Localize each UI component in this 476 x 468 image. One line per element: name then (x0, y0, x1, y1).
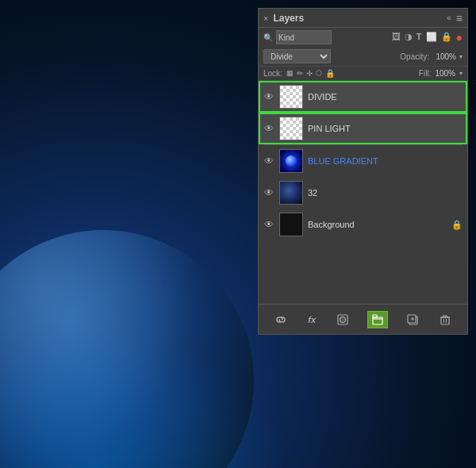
layer-name: BLUE GRADIENT (308, 156, 463, 166)
layer-item[interactable]: 👁 PIN LIGHT (259, 113, 467, 144)
lock-icons-group: ▦ ✏ ✛ ⬡ 🔒 (286, 69, 335, 78)
shape-filter-icon[interactable]: ⬜ (426, 32, 437, 43)
blend-mode-select[interactable]: Divide (263, 49, 331, 63)
visibility-icon[interactable]: 👁 (263, 155, 274, 167)
visibility-icon[interactable]: 👁 (263, 123, 274, 134)
thumb-content (280, 150, 302, 172)
lock-move-icon[interactable]: ✛ (306, 69, 313, 78)
filter-active-dot: ● (456, 32, 463, 43)
lock-artboard-icon[interactable]: ⬡ (316, 69, 322, 78)
fill-chevron[interactable]: ▾ (459, 70, 463, 77)
layer-name: 32 (308, 188, 463, 198)
image-filter-icon[interactable]: 🖼 (392, 32, 401, 43)
thumb-content (280, 117, 302, 140)
layer-item[interactable]: 👁 DIVIDE (259, 81, 467, 113)
layer-item[interactable]: 👁 Background 🔒 (259, 209, 467, 240)
layer-fx-button[interactable]: fx (305, 313, 318, 327)
thumb-content (280, 86, 302, 108)
panel-menu-icon[interactable]: ≡ (456, 12, 463, 25)
layer-item[interactable]: 👁 32 (259, 177, 467, 209)
new-layer-button[interactable] (405, 312, 420, 328)
smart-filter-icon[interactable]: 🔒 (441, 32, 452, 43)
svg-rect-6 (441, 317, 449, 324)
fill-value: 100% (435, 69, 455, 78)
empty-space (259, 240, 467, 304)
layer-lock-icon: 🔒 (451, 220, 463, 230)
layers-panel: × Layers « ≡ 🔍 Kind 🖼 ◑ T ⬜ 🔒 ● Divide O… (258, 8, 468, 335)
layer-thumbnail (279, 85, 303, 109)
opacity-chevron[interactable]: ▾ (459, 53, 463, 60)
layer-thumbnail (279, 149, 303, 173)
circle-filter-icon[interactable]: ◑ (405, 32, 413, 43)
delete-layer-button[interactable] (437, 312, 453, 328)
visibility-icon[interactable]: 👁 (263, 219, 274, 230)
thumb-content (280, 213, 302, 236)
visibility-icon[interactable]: 👁 (263, 187, 274, 198)
lock-label: Lock: (263, 69, 282, 78)
panel-title: Layers (273, 13, 447, 24)
layers-list: 👁 DIVIDE 👁 PIN LIGHT 👁 BLUE GRADIENT � (259, 81, 467, 304)
layer-name: Background (308, 220, 447, 229)
search-icon: 🔍 (263, 33, 273, 42)
layer-thumbnail (279, 117, 303, 140)
layer-thumbnail (279, 181, 303, 205)
lock-toolbar: Lock: ▦ ✏ ✛ ⬡ 🔒 Fill: 100% ▾ (259, 67, 467, 81)
opacity-label: Opacity: (400, 52, 429, 61)
bottom-toolbar: fx (259, 304, 467, 334)
thumb-content (280, 182, 302, 204)
layer-item[interactable]: 👁 BLUE GRADIENT (259, 145, 467, 177)
lock-pixels-icon[interactable]: ▦ (286, 69, 294, 78)
lock-paint-icon[interactable]: ✏ (297, 69, 303, 78)
layer-name: PIN LIGHT (308, 124, 463, 133)
layer-name: DIVIDE (308, 92, 463, 102)
svg-rect-2 (373, 317, 382, 324)
fill-label: Fill: (419, 69, 432, 78)
link-layers-button[interactable] (273, 312, 289, 328)
new-group-button[interactable] (367, 311, 388, 328)
visibility-icon[interactable]: 👁 (263, 91, 274, 102)
collapse-icon[interactable]: « (447, 13, 451, 22)
panel-titlebar: × Layers « ≡ (259, 9, 467, 28)
filter-icons: 🖼 ◑ T ⬜ 🔒 ● (392, 32, 463, 43)
svg-rect-3 (373, 315, 377, 317)
blend-toolbar: Divide Opacity: 100% ▾ (259, 47, 467, 67)
filter-toolbar: 🔍 Kind 🖼 ◑ T ⬜ 🔒 ● (259, 28, 467, 47)
close-button[interactable]: × (263, 13, 268, 23)
svg-point-1 (340, 316, 345, 322)
lock-all-icon[interactable]: 🔒 (325, 69, 335, 78)
layer-thumbnail (279, 213, 303, 236)
kind-select[interactable]: Kind (276, 30, 332, 44)
opacity-value: 100% (432, 52, 456, 61)
text-filter-icon[interactable]: T (416, 32, 422, 43)
add-mask-button[interactable] (335, 312, 351, 328)
